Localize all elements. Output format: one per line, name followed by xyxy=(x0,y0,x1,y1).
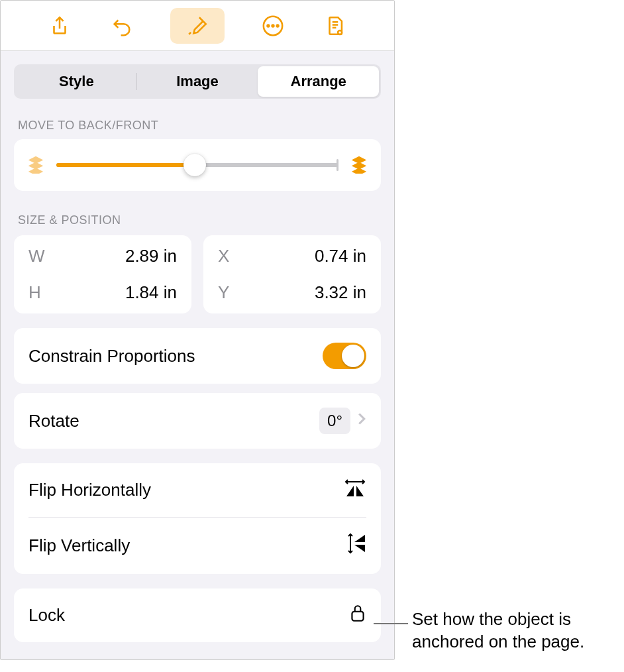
width-label: W xyxy=(28,246,45,266)
constrain-toggle[interactable] xyxy=(323,343,366,369)
height-label: H xyxy=(28,282,41,303)
constrain-proportions-row: Constrain Proportions xyxy=(14,328,381,384)
more-icon xyxy=(262,15,284,37)
document-settings-icon xyxy=(324,15,346,37)
lock-row[interactable]: Lock xyxy=(14,588,381,642)
flip-horizontal-row[interactable]: Flip Horizontally xyxy=(14,463,381,517)
slider-fill xyxy=(56,163,195,167)
move-section-header: MOVE TO BACK/FRONT xyxy=(18,119,381,133)
tab-image-label: Image xyxy=(176,73,219,90)
slider-end-tick xyxy=(337,159,338,171)
panel-body: Style Image Arrange MOVE TO BACK/FRONT xyxy=(1,51,394,659)
slider-thumb[interactable] xyxy=(183,154,206,176)
flip-vertical-row[interactable]: Flip Vertically xyxy=(14,518,381,574)
tab-arrange-label: Arrange xyxy=(291,73,346,90)
svg-point-2 xyxy=(272,25,274,27)
format-tabs: Style Image Arrange xyxy=(14,64,381,99)
share-icon xyxy=(48,15,71,37)
height-value: 1.84 in xyxy=(125,282,177,303)
svg-rect-6 xyxy=(352,612,363,621)
x-value: 0.74 in xyxy=(315,246,366,266)
y-field[interactable]: Y 3.32 in xyxy=(203,274,381,311)
rotate-label: Rotate xyxy=(28,411,79,431)
chevron-right-icon xyxy=(357,412,366,429)
format-button[interactable] xyxy=(170,8,225,44)
toggle-knob xyxy=(342,345,364,367)
size-column: W 2.89 in H 1.84 in xyxy=(14,235,191,313)
format-inspector-panel: Style Image Arrange MOVE TO BACK/FRONT xyxy=(0,0,395,660)
rotate-value-group: 0° xyxy=(319,408,366,434)
lock-icon xyxy=(349,603,366,628)
rotate-row[interactable]: Rotate 0° xyxy=(14,393,381,449)
tab-arrange[interactable]: Arrange xyxy=(258,66,379,97)
undo-icon xyxy=(111,15,133,37)
width-field[interactable]: W 2.89 in xyxy=(14,238,191,274)
x-field[interactable]: X 0.74 in xyxy=(203,238,381,274)
callout-text: Set how the object is anchored on the pa… xyxy=(412,608,624,653)
rotate-value[interactable]: 0° xyxy=(319,408,350,434)
callout-line xyxy=(374,623,408,624)
flip-h-label: Flip Horizontally xyxy=(28,480,151,500)
y-value: 3.32 in xyxy=(315,282,366,303)
callout: Set how the object is anchored on the pa… xyxy=(374,608,624,653)
flip-vertical-icon xyxy=(346,532,366,559)
constrain-label: Constrain Proportions xyxy=(28,346,195,366)
tab-style-label: Style xyxy=(59,73,94,90)
move-back-icon xyxy=(26,154,46,176)
format-brush-icon xyxy=(186,15,209,37)
width-value: 2.89 in xyxy=(125,246,177,266)
more-button[interactable] xyxy=(259,12,287,40)
flip-group: Flip Horizontally Flip Vertically xyxy=(14,463,381,574)
layer-slider-card xyxy=(14,139,381,191)
y-label: Y xyxy=(218,282,229,303)
height-field[interactable]: H 1.84 in xyxy=(14,274,191,311)
size-position-grid: W 2.89 in H 1.84 in X 0.74 in Y 3.32 in xyxy=(14,235,381,313)
undo-button[interactable] xyxy=(108,12,136,40)
toolbar xyxy=(1,1,394,51)
share-button[interactable] xyxy=(46,12,74,40)
x-label: X xyxy=(218,246,229,266)
position-column: X 0.74 in Y 3.32 in xyxy=(203,235,381,313)
size-section-header: SIZE & POSITION xyxy=(18,213,381,227)
document-settings-button[interactable] xyxy=(321,12,349,40)
layer-slider[interactable] xyxy=(56,163,338,167)
flip-horizontal-icon xyxy=(344,478,366,502)
flip-v-label: Flip Vertically xyxy=(28,535,130,556)
lock-label: Lock xyxy=(28,605,65,626)
svg-point-5 xyxy=(338,31,340,33)
svg-point-3 xyxy=(277,25,279,27)
svg-point-1 xyxy=(268,25,270,27)
move-front-icon xyxy=(349,154,369,176)
tab-image[interactable]: Image xyxy=(137,66,258,97)
tab-style[interactable]: Style xyxy=(16,66,137,97)
